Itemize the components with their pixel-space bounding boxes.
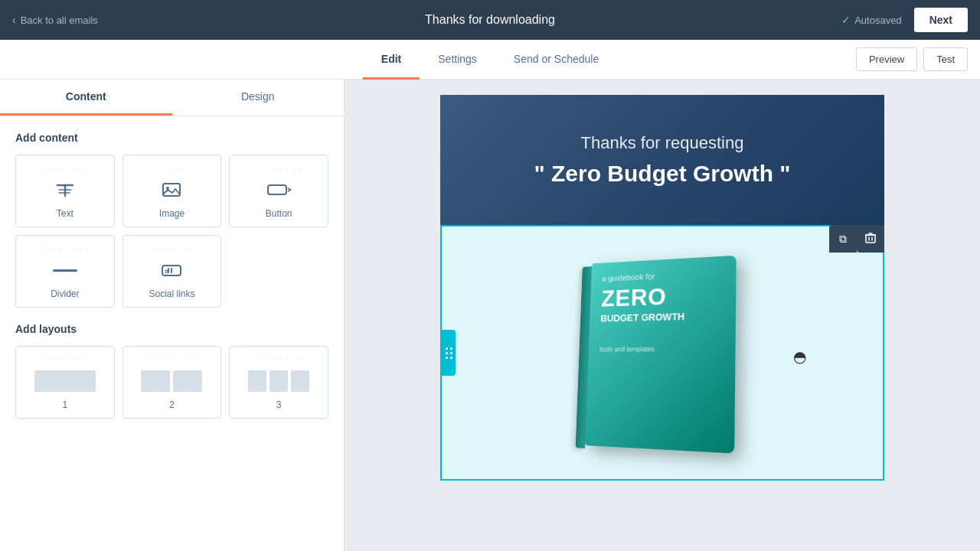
book-mid-title: BUDGET GROWTH <box>600 310 723 324</box>
layout-2col[interactable]: · · · · · · · · 2 <box>122 346 222 419</box>
layout-1col[interactable]: · · · · · · · · 1 <box>15 346 115 419</box>
add-layouts-title: Add layouts <box>15 323 328 335</box>
tab-settings[interactable]: Settings <box>420 41 495 80</box>
back-label: Back to all emails <box>21 15 98 26</box>
hero-title: " Zero Budget Growth " <box>471 161 854 187</box>
dots-divider: · · · · · · · · <box>22 246 108 253</box>
main-layout: Content Design Add content · · · · · · ·… <box>0 80 980 551</box>
layout-1-label: 1 <box>22 399 108 410</box>
book-big-title: ZERO <box>601 282 724 311</box>
delete-section-button[interactable] <box>857 225 884 253</box>
button-icon <box>236 178 322 202</box>
content-item-text[interactable]: · · · · · · · · Text <box>15 155 115 227</box>
email-preview: Thanks for requesting " Zero Budget Grow… <box>440 95 884 481</box>
main-tabs: Edit Settings Send or Schedule <box>363 41 617 79</box>
social-label: Social links <box>129 289 215 299</box>
dots-2col: · · · · · · · · <box>129 356 215 363</box>
layout-preview-2 <box>129 367 215 395</box>
col-3b <box>270 370 288 392</box>
content-items-grid: · · · · · · · · Text · · · · · · · · <box>15 155 328 308</box>
section-toolbar: ⧉ <box>829 225 884 253</box>
book-image-area: a guidebook for ZERO BUDGET GROWTH tools… <box>442 227 883 479</box>
col-2a <box>141 370 170 392</box>
content-item-image[interactable]: · · · · · · · · Image <box>122 155 222 227</box>
col-1 <box>34 370 96 392</box>
content-item-button[interactable]: · · · · · · · · Button <box>229 155 328 227</box>
divider-icon <box>22 258 108 282</box>
drag-dots <box>446 347 452 359</box>
autosaved-status: ✓ Autosaved <box>841 14 901 26</box>
panel-tab-design[interactable]: Design <box>172 80 345 116</box>
left-panel: Content Design Add content · · · · · · ·… <box>0 80 345 551</box>
layout-preview-1 <box>22 367 108 395</box>
divider-label: Divider <box>22 289 108 299</box>
col-2b <box>173 370 202 392</box>
social-icon: # <box>129 258 215 282</box>
button-label: Button <box>236 208 322 219</box>
copy-section-button[interactable]: ⧉ <box>829 225 857 253</box>
dots-3col: · · · · · · · · <box>236 356 322 363</box>
drag-handle[interactable] <box>442 330 456 376</box>
svg-rect-11 <box>866 235 875 243</box>
text-label: Text <box>22 208 108 219</box>
back-to-emails-link[interactable]: ‹ Back to all emails <box>12 14 98 26</box>
svg-text:#: # <box>165 268 168 276</box>
tab-actions: Preview Test <box>856 47 968 71</box>
dots-image: · · · · · · · · <box>129 166 215 173</box>
tab-send-schedule[interactable]: Send or Schedule <box>495 41 617 80</box>
top-nav: ‹ Back to all emails Thanks for download… <box>0 0 980 40</box>
tab-bar: Edit Settings Send or Schedule Preview T… <box>0 40 980 80</box>
col-3a <box>248 370 266 392</box>
hero-subtitle: Thanks for requesting <box>471 133 854 153</box>
text-icon <box>22 178 108 202</box>
next-button[interactable]: Next <box>914 8 968 32</box>
nav-right: ✓ Autosaved Next <box>841 8 968 32</box>
test-button[interactable]: Test <box>923 47 968 71</box>
preview-button[interactable]: Preview <box>856 47 917 71</box>
email-hero-section[interactable]: Thanks for requesting " Zero Budget Grow… <box>440 95 884 225</box>
panel-content: Add content · · · · · · · · Text <box>0 116 344 434</box>
copy-icon: ⧉ <box>839 233 847 246</box>
col-3c <box>291 370 309 392</box>
dots-1col: · · · · · · · · <box>22 356 108 363</box>
layout-3-label: 3 <box>236 399 322 410</box>
add-content-title: Add content <box>15 132 328 144</box>
svg-rect-4 <box>163 184 180 196</box>
tab-edit[interactable]: Edit <box>363 41 420 80</box>
layout-items-grid: · · · · · · · · 1 · · · · · · · · 2 <box>15 346 328 419</box>
cursor-pointer-icon: ◓ <box>793 347 806 366</box>
content-item-divider[interactable]: · · · · · · · · Divider <box>15 235 115 308</box>
book-subtitle: a guidebook for <box>602 269 724 283</box>
panel-tab-content[interactable]: Content <box>0 80 172 116</box>
email-title: Thanks for downloading <box>425 13 555 27</box>
image-icon <box>129 178 215 202</box>
layout-2-label: 2 <box>129 399 215 410</box>
layout-preview-3 <box>236 367 322 395</box>
dots-social: · · · · · · · · <box>129 246 215 253</box>
image-label: Image <box>129 208 215 219</box>
delete-icon <box>865 233 876 246</box>
panel-tabs: Content Design <box>0 80 344 116</box>
canvas-area: Thanks for requesting " Zero Budget Grow… <box>345 80 980 551</box>
book-footer: tools and templates <box>599 345 723 354</box>
check-icon: ✓ <box>841 14 851 26</box>
content-item-social[interactable]: · · · · · · · · # Social links <box>122 235 222 308</box>
email-book-section[interactable]: ⧉ <box>440 225 884 481</box>
svg-rect-6 <box>268 185 286 194</box>
book-cover: a guidebook for ZERO BUDGET GROWTH tools… <box>585 255 753 463</box>
layout-3col[interactable]: · · · · · · · · 3 <box>229 346 328 419</box>
dots-button: · · · · · · · · <box>236 166 322 173</box>
back-arrow-icon: ‹ <box>12 14 16 26</box>
book-main: a guidebook for ZERO BUDGET GROWTH tools… <box>585 256 736 454</box>
dots-text: · · · · · · · · <box>22 166 108 173</box>
